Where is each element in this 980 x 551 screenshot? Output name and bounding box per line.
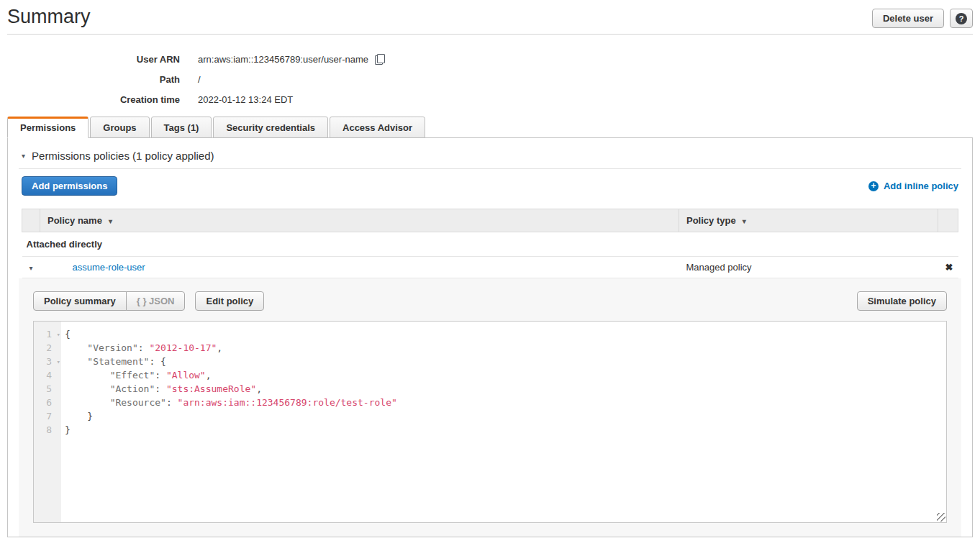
detail-row-creation-time: Creation time 2022-01-12 13:24 EDT bbox=[0, 89, 980, 109]
editor-line-number: 5 bbox=[34, 382, 61, 396]
path-value: / bbox=[198, 74, 201, 85]
copy-icon[interactable] bbox=[375, 54, 385, 65]
tab-permissions[interactable]: Permissions bbox=[7, 117, 89, 138]
fold-caret-icon[interactable]: ▾ bbox=[57, 328, 60, 342]
editor-code-line: { bbox=[65, 327, 946, 341]
add-inline-policy-label: Add inline policy bbox=[884, 181, 958, 191]
section-divider bbox=[19, 168, 961, 169]
row-expand-toggle[interactable]: ▾ bbox=[22, 257, 40, 278]
tab-bar: Permissions Groups Tags (1) Security cre… bbox=[7, 117, 973, 137]
editor-line-number: 4 bbox=[34, 368, 61, 382]
attached-directly-label: Attached directly bbox=[22, 232, 958, 257]
delete-user-button[interactable]: Delete user bbox=[872, 9, 944, 28]
policy-summary-button[interactable]: Policy summary bbox=[33, 291, 127, 311]
editor-code-line: "Effect": "Allow", bbox=[65, 368, 946, 382]
editor-line-number: 6 bbox=[34, 396, 61, 409]
creation-time-label: Creation time bbox=[0, 94, 180, 105]
tab-security-credentials[interactable]: Security credentials bbox=[213, 117, 328, 138]
attached-directly-group-row: Attached directly bbox=[22, 232, 958, 257]
tab-tags[interactable]: Tags (1) bbox=[151, 117, 212, 138]
detail-row-path: Path / bbox=[0, 69, 980, 89]
detail-row-user-arn: User ARN arn:aws:iam::123456789:user/use… bbox=[0, 49, 980, 69]
add-inline-policy-link[interactable]: + Add inline policy bbox=[868, 181, 958, 191]
simulate-policy-button[interactable]: Simulate policy bbox=[857, 291, 947, 311]
editor-line-number: 7 bbox=[34, 409, 61, 423]
editor-line-number: 3▾ bbox=[34, 355, 61, 368]
help-button[interactable]: ? bbox=[950, 9, 973, 28]
creation-time-value: 2022-01-12 13:24 EDT bbox=[198, 94, 293, 105]
json-policy-editor[interactable]: 1▾23▾45678 { "Version": "2012-10-17", "S… bbox=[33, 321, 947, 523]
editor-code-line: "Action": "sts:AssumeRole", bbox=[65, 382, 946, 396]
policy-view-button-group: Policy summary { } JSON bbox=[33, 291, 185, 311]
user-details: User ARN arn:aws:iam::123456789:user/use… bbox=[0, 35, 980, 109]
plus-icon: + bbox=[868, 181, 879, 191]
editor-gutter: 1▾23▾45678 bbox=[34, 322, 61, 522]
editor-line-number: 2 bbox=[34, 341, 61, 355]
user-arn-label: User ARN bbox=[0, 54, 180, 65]
editor-code-line: "Version": "2012-10-17", bbox=[65, 341, 946, 355]
help-icon: ? bbox=[956, 13, 967, 24]
add-permissions-button[interactable]: Add permissions bbox=[22, 176, 117, 196]
user-arn-value: arn:aws:iam::123456789:user/user-name bbox=[198, 54, 368, 65]
sort-caret-icon: ▾ bbox=[743, 217, 746, 225]
policy-table-header-row: Policy name▾ Policy type▾ bbox=[22, 209, 958, 232]
expand-caret-icon: ▾ bbox=[30, 264, 33, 272]
column-header-policy-type[interactable]: Policy type▾ bbox=[679, 209, 938, 232]
policy-detail-pane: Policy summary { } JSON Edit policy Simu… bbox=[19, 278, 961, 537]
table-row: ▾ assume-role-user Managed policy ✖ bbox=[22, 257, 958, 278]
tab-groups[interactable]: Groups bbox=[90, 117, 149, 138]
sort-caret-icon: ▾ bbox=[109, 217, 112, 225]
permissions-panel: ▾ Permissions policies (1 policy applied… bbox=[7, 137, 973, 537]
permissions-policies-section-toggle[interactable]: ▾ Permissions policies (1 policy applied… bbox=[8, 138, 972, 162]
detach-policy-icon[interactable]: ✖ bbox=[945, 262, 953, 273]
header-remove-cell bbox=[938, 209, 958, 232]
header-actions: Delete user ? bbox=[872, 9, 973, 28]
editor-code-line: } bbox=[65, 409, 946, 423]
column-header-policy-name[interactable]: Policy name▾ bbox=[40, 209, 679, 232]
editor-line-number: 8 bbox=[34, 423, 61, 437]
policies-toolbar: Add permissions + Add inline policy bbox=[22, 176, 958, 196]
editor-code-line: "Statement": { bbox=[65, 355, 946, 368]
editor-code-line: } bbox=[65, 423, 946, 437]
permissions-policies-heading: Permissions policies (1 policy applied) bbox=[32, 150, 214, 162]
collapse-caret-icon: ▾ bbox=[22, 152, 25, 160]
page-header: Summary Delete user ? bbox=[7, 0, 973, 35]
editor-code-line: "Resource": "arn:aws:iam::123456789:role… bbox=[65, 396, 946, 409]
header-expand-cell bbox=[22, 209, 40, 232]
editor-resize-handle[interactable] bbox=[937, 513, 945, 522]
tab-access-advisor[interactable]: Access Advisor bbox=[330, 117, 425, 138]
path-label: Path bbox=[0, 74, 180, 85]
json-button[interactable]: { } JSON bbox=[126, 291, 186, 311]
policy-type-value: Managed policy bbox=[679, 257, 938, 278]
policy-name-link[interactable]: assume-role-user bbox=[73, 262, 145, 273]
fold-caret-icon[interactable]: ▾ bbox=[57, 355, 60, 369]
policy-table: Policy name▾ Policy type▾ Attached direc… bbox=[22, 209, 958, 278]
editor-code[interactable]: { "Version": "2012-10-17", "Statement": … bbox=[61, 322, 946, 522]
edit-policy-button[interactable]: Edit policy bbox=[195, 291, 264, 311]
page-title: Summary bbox=[7, 6, 91, 28]
policy-detail-toolbar: Policy summary { } JSON Edit policy Simu… bbox=[19, 278, 961, 321]
editor-line-number: 1▾ bbox=[34, 327, 61, 341]
